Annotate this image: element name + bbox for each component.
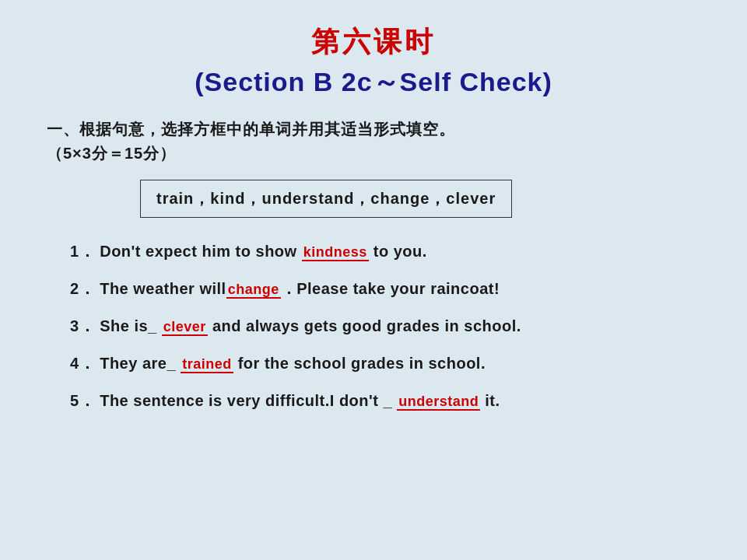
question-4: 4． They are_ trained for the school grad… bbox=[70, 352, 700, 375]
question-2: 2． The weather willchange．Please take yo… bbox=[70, 277, 700, 300]
q3-answer: clever bbox=[162, 319, 208, 336]
q3-number: 3． bbox=[70, 317, 95, 334]
q4-suffix: for the school grades in school. bbox=[233, 355, 486, 372]
q2-answer: change bbox=[226, 282, 281, 299]
q1-number: 1． bbox=[70, 243, 95, 260]
q4-prefix: They are_ bbox=[100, 355, 181, 372]
title-chinese: 第六课时 bbox=[47, 23, 700, 61]
page-container: 第六课时 (Section B 2c～Self Check) 一、根据句意，选择… bbox=[0, 0, 747, 560]
q2-prefix: The weather will bbox=[100, 280, 226, 297]
q2-number: 2． bbox=[70, 280, 95, 297]
title-english: (Section B 2c～Self Check) bbox=[47, 65, 700, 100]
q4-number: 4． bbox=[70, 355, 95, 372]
q3-prefix: She is_ bbox=[100, 317, 162, 334]
question-5: 5． The sentence is very difficult.I don'… bbox=[70, 389, 700, 412]
q1-prefix: Don't expect him to show bbox=[100, 243, 302, 260]
instructions-text: 一、根据句意，选择方框中的单词并用其适当形式填空。 bbox=[47, 119, 700, 140]
questions-list: 1． Don't expect him to show kindness to … bbox=[70, 240, 700, 412]
q5-suffix: it. bbox=[480, 392, 500, 409]
q1-answer: kindness bbox=[302, 244, 369, 261]
q2-suffix: ．Please take your raincoat! bbox=[281, 280, 500, 297]
word-box: train，kind，understand，change，clever bbox=[140, 180, 512, 218]
q4-answer: trained bbox=[181, 356, 233, 373]
question-3: 3． She is_ clever and always gets good g… bbox=[70, 314, 700, 338]
q5-number: 5． bbox=[70, 392, 95, 409]
q1-suffix: to you. bbox=[369, 243, 427, 260]
question-1: 1． Don't expect him to show kindness to … bbox=[70, 240, 700, 263]
q5-answer: understand bbox=[397, 394, 480, 411]
q5-prefix: The sentence is very difficult.I don't _ bbox=[100, 392, 397, 409]
q3-suffix: and always gets good grades in school. bbox=[208, 317, 521, 334]
score-note: （5×3分＝15分） bbox=[47, 143, 700, 164]
